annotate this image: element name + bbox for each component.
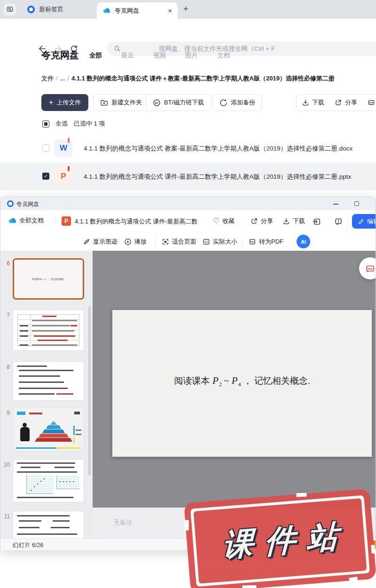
- tab-label: 新标签页: [39, 5, 63, 14]
- ppt-badge-icon: P: [62, 216, 71, 226]
- thumb-number-6: 6: [1, 260, 10, 267]
- breadcrumb-root[interactable]: 文件: [41, 75, 54, 82]
- new-folder-button[interactable]: 新建文件夹: [93, 94, 149, 111]
- thumb6-text: 阅读课本P₂~P₄ ， 记忆相关概念.: [27, 278, 70, 281]
- file-tag-icon: [68, 138, 70, 143]
- play-button[interactable]: 播放: [124, 238, 147, 246]
- play-icon: [124, 238, 132, 246]
- tab-doc[interactable]: 文档: [217, 51, 230, 60]
- all-docs-button[interactable]: 全部文档: [8, 216, 44, 225]
- select-all-label[interactable]: 全选: [55, 119, 68, 128]
- quark-cloud-icon: [102, 7, 110, 15]
- minimize-button[interactable]: [333, 204, 338, 205]
- quark-browser-logo-icon: [27, 6, 35, 13]
- thumb-number-11: 11: [1, 513, 10, 520]
- row-checkbox[interactable]: [42, 144, 49, 151]
- window-search-button[interactable]: [4, 3, 16, 16]
- actual-size-icon: 1:1: [203, 238, 210, 246]
- fit-page-button[interactable]: 适合页面: [162, 238, 196, 246]
- stamp-text: 课件站: [211, 514, 349, 568]
- slide-text: 阅读课本 P2 ~ P4 ， 记忆相关概念.: [112, 375, 372, 388]
- page-title: 夸克网盘: [41, 49, 79, 62]
- save-to-drive-button[interactable]: [313, 217, 321, 226]
- window-search-icon: [7, 6, 13, 13]
- svg-text:BT: BT: [155, 101, 159, 104]
- new-tab-button[interactable]: +: [183, 4, 188, 14]
- download-icon: [282, 217, 290, 225]
- maximize-button[interactable]: [354, 201, 359, 206]
- show-ink-button[interactable]: 显示墨迹: [83, 238, 118, 246]
- quark-app-icon: [7, 200, 14, 207]
- download-icon: [302, 99, 309, 106]
- file-row-pptx[interactable]: ✓ P 4.1.1 数列的概念与通项公式 课件-最新高二数学上学期人教A版（20…: [0, 163, 376, 190]
- pdf-red-icon: PDF: [365, 263, 376, 274]
- slide-thumbnail-6[interactable]: 阅读课本P₂~P₄ ， 记忆相关概念.: [13, 258, 84, 300]
- file-name[interactable]: 4.1.1 数列的概念与通项公式 教案-最新高二数学上学期人教A版（2019）选…: [84, 144, 352, 153]
- feedback-button[interactable]: [334, 217, 343, 226]
- favorite-button[interactable]: ♡ 收藏: [213, 217, 235, 225]
- convert-pdf-button[interactable]: PDF 转为: [362, 98, 376, 107]
- slide-thumbnail-7[interactable]: [13, 310, 84, 350]
- tab-close-icon[interactable]: ×: [168, 7, 172, 14]
- save-to-drive-icon: [313, 217, 321, 226]
- ai-assistant-button[interactable]: AI: [297, 235, 310, 248]
- thumb-number-9: 9: [1, 410, 10, 416]
- add-backup-button[interactable]: 添加备份: [212, 94, 262, 111]
- browser-tab-newtab[interactable]: 新标签页: [21, 0, 70, 19]
- selection-actions-group: 下载 分享 PDF 转为: [296, 94, 376, 111]
- fit-page-icon: [162, 238, 169, 246]
- upload-file-button[interactable]: + 上传文件: [41, 94, 88, 111]
- window-titlebar[interactable]: 夸克网盘: [0, 197, 376, 210]
- browser-tab-quark-drive[interactable]: 夸克网盘 ×: [97, 2, 178, 19]
- mini-chart: [56, 476, 79, 489]
- file-name[interactable]: 4.1.1 数列的概念与通项公式 课件-最新高二数学上学期人教A版（2019）选…: [84, 173, 351, 181]
- slide-thumbnail-10[interactable]: [13, 460, 84, 502]
- thumbnail-scrollbar[interactable]: [88, 306, 91, 476]
- download-button[interactable]: 下载: [282, 217, 305, 225]
- window-title: 夸克网盘: [16, 200, 39, 208]
- divider: [242, 238, 243, 246]
- edit-button[interactable]: 编辑: [352, 214, 376, 229]
- tab-image[interactable]: 图片: [185, 51, 198, 60]
- person-figure: [23, 423, 27, 427]
- svg-text:PDF: PDF: [369, 102, 374, 104]
- slide-thumbnail-8[interactable]: [13, 362, 84, 400]
- share-icon: [251, 217, 258, 225]
- word-file-icon: W: [55, 139, 72, 157]
- bt-magnet-download-button[interactable]: BT BT/磁力链下载: [146, 94, 211, 111]
- plus-icon: +: [49, 98, 53, 107]
- share-button[interactable]: 分享: [251, 217, 273, 225]
- to-pdf-button[interactable]: PDF 转为PDF: [249, 238, 283, 246]
- share-icon: [335, 99, 342, 106]
- share-button[interactable]: 分享: [329, 98, 362, 107]
- row-checkbox[interactable]: ✓: [42, 173, 49, 180]
- tab-recent[interactable]: 最近: [121, 51, 134, 60]
- file-tag-icon: [68, 166, 70, 171]
- svg-text:PDF: PDF: [251, 241, 255, 243]
- tab-all[interactable]: 全部: [89, 51, 102, 60]
- slide-counter: 幻灯片 6/26: [13, 541, 43, 549]
- mini-chart: [26, 475, 53, 494]
- breadcrumb-current: 4.1.1 数列的概念与通项公式 课件＋教案-最新高二数学上学期人教A版（201…: [71, 75, 335, 82]
- to-pdf-icon: PDF: [249, 238, 256, 246]
- svg-text:PDF: PDF: [368, 267, 373, 270]
- feedback-icon: [334, 217, 343, 226]
- slide-thumbnail-9[interactable]: [13, 408, 84, 451]
- slide-page[interactable]: 阅读课本 P2 ~ P4 ， 记忆相关概念.: [112, 310, 372, 457]
- breadcrumb-ellipsis[interactable]: ...: [60, 75, 65, 82]
- backup-icon: [219, 99, 227, 107]
- select-all-checkbox[interactable]: [42, 120, 49, 127]
- browser-navbar: 搜网盘、搜当前文件夹或搜全网（Ctrl + F: [0, 19, 376, 40]
- download-button[interactable]: 下载: [297, 98, 329, 107]
- tab-video[interactable]: 视频: [153, 51, 166, 60]
- browser-tab-strip: 新标签页 夸克网盘 × +: [0, 0, 376, 19]
- viewer-controls-bar: 显示墨迹 播放 适合页面 1:1 实际大小 PDF 转为PDF: [0, 232, 376, 251]
- tab-label: 夸克网盘: [115, 7, 139, 15]
- notes-placeholder: 无备注: [113, 518, 133, 527]
- file-row-docx[interactable]: W 4.1.1 数列的概念与通项公式 教案-最新高二数学上学期人教A版（2019…: [0, 135, 376, 162]
- viewer-toolbar: 全部文档 P 4.1.1 数列的概念与通项公式 课件-最新高二数 ♡ 收藏 分享…: [0, 210, 376, 233]
- ink-pen-icon: [83, 238, 90, 246]
- select-all-row: 全选 已选中 1 项: [42, 119, 105, 128]
- actual-size-button[interactable]: 1:1 实际大小: [203, 238, 237, 246]
- divider: [155, 238, 156, 246]
